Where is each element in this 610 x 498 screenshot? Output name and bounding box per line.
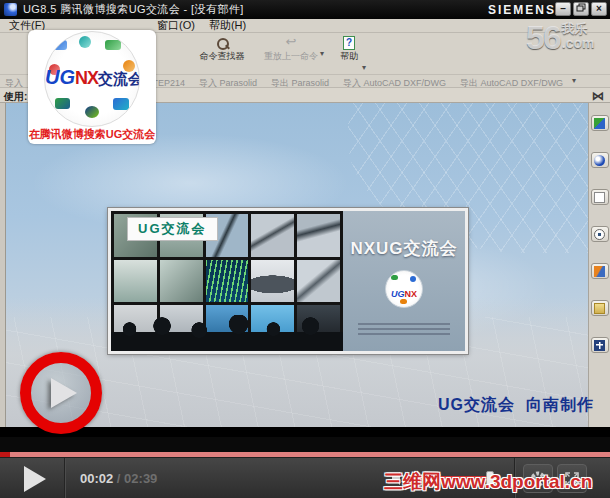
banner-photo-cell — [297, 260, 340, 303]
menu-window[interactable]: 窗口(O) — [150, 18, 202, 33]
banner-photo-cell — [251, 260, 294, 303]
ug-club-logo-circle: UGNX交流会 — [44, 31, 140, 127]
chevron-down-icon[interactable]: ▾ — [572, 76, 576, 85]
banner-mini-logo: UGNX — [385, 270, 423, 308]
site-logo-cn: 我乐 — [562, 22, 595, 36]
grid-plus-icon — [594, 340, 605, 351]
logo-blob — [79, 36, 91, 48]
close-button[interactable]: × — [591, 2, 607, 16]
logo-caption: 在腾讯微博搜索UG交流会 — [28, 127, 156, 142]
nx-app-icon — [4, 3, 17, 16]
site-logo-watermark: 56 我乐 .com — [526, 22, 595, 52]
command-finder-button[interactable]: 命令查找器 — [190, 35, 254, 73]
logo-blob — [53, 40, 67, 50]
play-button[interactable] — [24, 466, 46, 492]
ug-club-banner: UG交流会 NXUG交流会 UGNX — [108, 208, 468, 354]
logo-blob — [105, 40, 121, 50]
roles-icon — [594, 266, 605, 277]
minimize-button[interactable]: – — [555, 2, 571, 16]
logo-text: UGNX交流会 — [45, 66, 139, 89]
palette-button[interactable] — [591, 337, 609, 353]
logo-blob — [391, 275, 398, 280]
banner-right-panel: NXUG交流会 UGNX — [343, 211, 465, 351]
time-display: 00:02 / 02:39 — [80, 471, 157, 486]
docked-toolbar-strip — [0, 103, 6, 427]
site-logo-number: 56 — [526, 22, 560, 52]
banner-title: NXUG交流会 — [350, 237, 457, 260]
site-logo-tld: .com — [562, 36, 595, 51]
info-button[interactable] — [591, 152, 609, 168]
siemens-logo: SIEMENS — [488, 3, 556, 17]
restore-button[interactable] — [573, 2, 589, 16]
banner-photo-cell — [206, 260, 249, 303]
folder-button[interactable] — [591, 300, 609, 316]
banner-fine-print — [358, 320, 450, 335]
chevron-down-icon[interactable]: ▾ — [362, 63, 366, 72]
time-total: 02:39 — [124, 471, 157, 486]
letterbox-bar — [0, 437, 610, 452]
player-control-bar: 00:02 / 02:39 三维网www.3dportal.cn — [0, 457, 610, 498]
banner-photo-cell — [160, 260, 203, 303]
logo-blob — [85, 106, 99, 118]
fit-view-icon[interactable]: ⋈ — [592, 89, 604, 103]
roles-button[interactable] — [591, 263, 609, 279]
magnifier-icon — [216, 37, 229, 50]
banner-photo-grid: UG交流会 — [111, 211, 343, 351]
resource-bar — [588, 103, 610, 427]
menu-help[interactable]: 帮助(H) — [202, 18, 253, 33]
logo-blob — [113, 98, 129, 110]
banner-photo-cell — [251, 214, 294, 257]
window-controls: – × — [555, 2, 607, 16]
layers-icon — [594, 118, 605, 129]
banner-photo-cell — [114, 260, 157, 303]
history-button[interactable] — [591, 226, 609, 242]
layers-button[interactable] — [591, 115, 609, 131]
time-current: 00:02 — [80, 471, 113, 486]
title-bar: UG8.5 腾讯微博搜索UG交流会 - [没有部件] SIEMENS – × — [0, 0, 610, 19]
status-label: 使用: — [4, 90, 27, 104]
crowd-silhouette — [111, 315, 343, 351]
banner-photo-cell — [297, 214, 340, 257]
folder-icon — [594, 303, 605, 314]
video-credit-text: UG交流会 向南制作 — [438, 395, 594, 416]
help-icon: ? — [343, 36, 355, 50]
big-play-button[interactable] — [20, 352, 102, 434]
video-player: UG8.5 腾讯微博搜索UG交流会 - [没有部件] SIEMENS – × 文… — [0, 0, 610, 498]
portal-watermark: 三维网www.3dportal.cn — [384, 469, 592, 495]
logo-blob — [55, 98, 70, 109]
ug-club-logo-card: UGNX交流会 在腾讯微博搜索UG交流会 — [28, 30, 156, 144]
replay-arrow-icon: ↩ — [286, 35, 297, 51]
part-navigator-button[interactable] — [591, 189, 609, 205]
chevron-down-icon[interactable]: ▾ — [320, 49, 324, 58]
maximize-restore-icon — [576, 3, 586, 12]
clock-icon — [594, 229, 605, 240]
logo-blob — [410, 276, 416, 282]
divider — [64, 458, 65, 498]
play-triangle-icon — [51, 378, 77, 408]
replay-last-command-button[interactable]: ↩ 重放上一命令 — [258, 35, 324, 73]
window-title: UG8.5 腾讯微博搜索UG交流会 - [没有部件] — [23, 2, 244, 17]
document-icon — [594, 192, 605, 203]
banner-label: UG交流会 — [127, 217, 218, 241]
info-globe-icon — [594, 155, 605, 166]
